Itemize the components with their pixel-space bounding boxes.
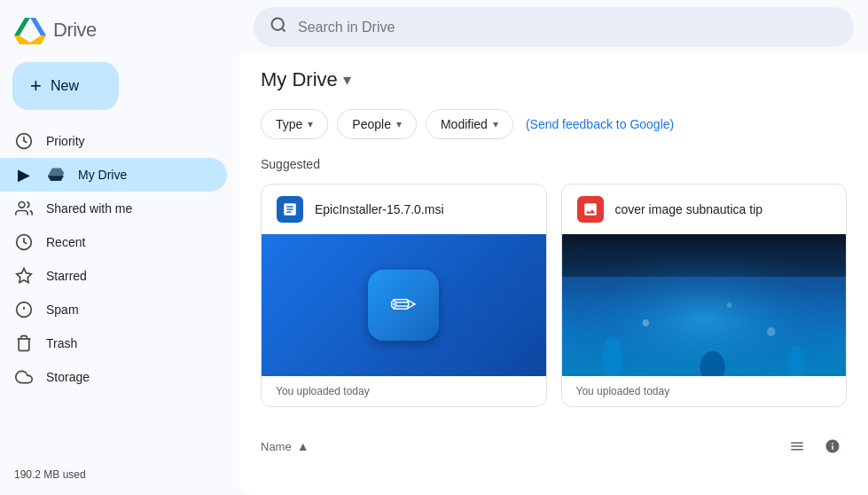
- sort-icon: ▲: [297, 439, 309, 453]
- sidebar-item-label-spam: Spam: [46, 302, 79, 317]
- shared-icon: [14, 199, 34, 218]
- sidebar-item-label-storage: Storage: [46, 370, 90, 384]
- card-header-epic: EpicInstaller-15.7.0.msi: [262, 185, 546, 234]
- subnautica-card-preview: [562, 234, 847, 376]
- svg-point-7: [272, 19, 284, 30]
- cards-row: EpicInstaller-15.7.0.msi ✏ You uploaded …: [261, 184, 847, 407]
- view-icons: [783, 432, 847, 460]
- suggested-section-title: Suggested: [261, 157, 847, 171]
- logo-area: Drive: [0, 9, 239, 59]
- filter-bar: Type ▾ People ▾ Modified ▾ (Send feedbac…: [261, 109, 847, 139]
- sort-label: Name: [261, 440, 292, 453]
- page-title: My Drive: [261, 68, 338, 91]
- sidebar-item-label-recent: Recent: [46, 235, 85, 249]
- sidebar-item-label-starred: Starred: [46, 269, 87, 283]
- bottom-row: Name ▲: [261, 428, 847, 460]
- filter-people-button[interactable]: People ▾: [337, 109, 417, 139]
- search-icon: [270, 16, 287, 38]
- svg-point-14: [726, 302, 731, 308]
- epic-pencil-icon: ✏: [390, 287, 417, 324]
- epic-app-icon: ✏: [368, 270, 439, 341]
- sidebar-nav: Priority ▶ My Drive: [0, 124, 239, 394]
- filter-people-label: People: [352, 117, 391, 131]
- sidebar-item-shared[interactable]: Shared with me: [0, 192, 227, 225]
- search-input[interactable]: [298, 20, 838, 35]
- subnautica-card-footer: You uploaded today: [562, 376, 847, 406]
- sidebar: Drive + New Priority ▶: [0, 0, 239, 495]
- filter-type-button[interactable]: Type ▾: [261, 109, 328, 139]
- drive-logo-icon: [14, 16, 46, 44]
- sidebar-item-label-my-drive: My Drive: [78, 168, 127, 182]
- msi-icon: [277, 196, 303, 223]
- filter-type-label: Type: [276, 117, 302, 131]
- file-card-subnautica[interactable]: cover image subnautica tip: [561, 184, 848, 407]
- svg-point-13: [642, 319, 649, 326]
- storage-section: 190.2 MB used: [0, 456, 239, 495]
- drive-title-chevron-icon[interactable]: ▾: [343, 70, 351, 90]
- spam-icon: [14, 300, 34, 319]
- sort-name-button[interactable]: Name ▲: [261, 439, 309, 453]
- sidebar-item-recent[interactable]: Recent: [0, 225, 227, 259]
- info-button[interactable]: [818, 432, 847, 460]
- epic-preview-bg: ✏: [262, 234, 546, 376]
- main-content: My Drive ▾ Type ▾ People ▾ Modified ▾ (S…: [239, 0, 868, 495]
- app-name: Drive: [53, 19, 97, 42]
- sidebar-item-trash[interactable]: Trash: [0, 326, 227, 360]
- sidebar-item-my-drive[interactable]: ▶ My Drive: [0, 158, 227, 192]
- svg-marker-3: [17, 269, 32, 283]
- storage-used-text: 190.2 MB used: [14, 468, 86, 481]
- sidebar-item-priority[interactable]: Priority: [0, 124, 227, 158]
- img-icon: [577, 196, 604, 223]
- drive-title-row: My Drive ▾: [261, 68, 847, 91]
- subnautica-file-icon: [576, 195, 605, 224]
- epic-card-footer: You uploaded today: [262, 376, 546, 406]
- new-button[interactable]: + New: [12, 62, 119, 110]
- epic-file-icon: [276, 195, 304, 224]
- list-view-button[interactable]: [783, 432, 811, 460]
- epic-card-filename: EpicInstaller-15.7.0.msi: [315, 202, 532, 216]
- star-icon: [14, 266, 34, 286]
- plus-icon: +: [30, 76, 42, 96]
- content-area: My Drive ▾ Type ▾ People ▾ Modified ▾ (S…: [239, 54, 868, 495]
- subnautica-preview-bg: [562, 234, 847, 376]
- new-button-label: New: [51, 78, 79, 94]
- header: [239, 0, 868, 54]
- sidebar-item-label-shared: Shared with me: [46, 201, 132, 216]
- file-card-epic[interactable]: EpicInstaller-15.7.0.msi ✏ You uploaded …: [261, 184, 547, 407]
- svg-line-8: [282, 28, 285, 32]
- sidebar-item-storage[interactable]: Storage: [0, 360, 227, 394]
- subnautica-card-filename: cover image subnautica tip: [615, 202, 833, 216]
- filter-modified-label: Modified: [441, 117, 488, 131]
- my-drive-arrow-icon: ▶: [14, 165, 34, 185]
- card-header-subnautica: cover image subnautica tip: [562, 185, 847, 234]
- epic-card-preview: ✏: [262, 234, 546, 376]
- trash-icon: [14, 334, 34, 353]
- filter-people-chevron-icon: ▾: [396, 118, 402, 130]
- recent-icon: [14, 232, 34, 252]
- sidebar-item-spam[interactable]: Spam: [0, 293, 227, 326]
- priority-icon: [14, 131, 34, 151]
- sidebar-item-label-priority: Priority: [46, 134, 85, 148]
- filter-modified-chevron-icon: ▾: [493, 118, 498, 130]
- cloud-icon: [14, 367, 34, 387]
- filter-modified-button[interactable]: Modified ▾: [426, 109, 513, 139]
- svg-point-15: [766, 327, 774, 336]
- svg-point-1: [19, 202, 25, 208]
- search-bar[interactable]: [254, 7, 854, 47]
- feedback-link[interactable]: (Send feedback to Google): [526, 117, 674, 131]
- filter-type-chevron-icon: ▾: [308, 118, 313, 130]
- sidebar-item-starred[interactable]: Starred: [0, 259, 227, 293]
- sidebar-item-label-trash: Trash: [46, 336, 77, 350]
- drive-icon: [46, 165, 66, 185]
